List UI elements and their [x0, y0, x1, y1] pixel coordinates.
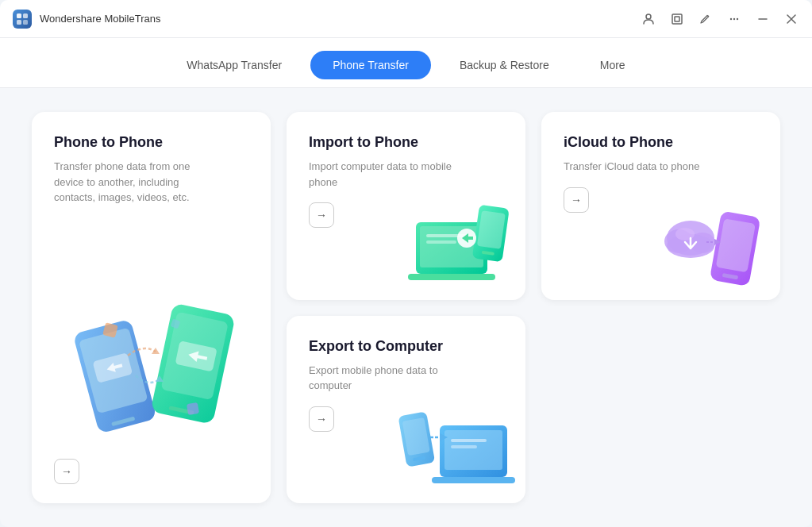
tab-more[interactable]: More: [578, 51, 648, 79]
svg-point-4: [646, 14, 651, 19]
svg-rect-21: [186, 402, 198, 415]
svg-rect-5: [672, 14, 682, 24]
card-phone-to-phone: Phone to Phone Transfer phone data from …: [32, 112, 271, 503]
arrow-icloud[interactable]: →: [564, 187, 589, 213]
card-desc-export: Export mobile phone data to computer: [309, 363, 468, 394]
close-button[interactable]: [783, 11, 799, 27]
cards-grid: Phone to Phone Transfer phone data from …: [32, 112, 780, 503]
tab-backup[interactable]: Backup & Restore: [437, 51, 571, 79]
app-title: Wondershare MobileTrans: [40, 13, 641, 25]
menu-button[interactable]: [726, 11, 742, 27]
main-content: Phone to Phone Transfer phone data from …: [0, 88, 812, 527]
svg-point-8: [733, 17, 735, 19]
svg-rect-1: [23, 13, 28, 18]
card-desc-icloud: Transfer iCloud data to phone: [564, 159, 722, 175]
svg-rect-25: [408, 274, 495, 280]
svg-rect-2: [17, 20, 21, 25]
svg-rect-27: [426, 240, 456, 244]
card-title-export: Export to Computer: [309, 338, 503, 355]
app-window: Wondershare MobileTrans: [0, 0, 812, 527]
profile-button[interactable]: [641, 11, 656, 27]
titlebar: Wondershare MobileTrans: [0, 0, 812, 38]
svg-marker-18: [152, 348, 160, 354]
card-title-icloud: iCloud to Phone: [564, 134, 758, 151]
arrow-import[interactable]: →: [309, 202, 334, 228]
edit-button[interactable]: [698, 11, 714, 27]
svg-point-39: [675, 228, 695, 240]
svg-rect-43: [432, 477, 515, 483]
svg-rect-0: [17, 13, 21, 18]
card-icloud-to-phone: iCloud to Phone Transfer iCloud data to …: [541, 112, 780, 300]
arrow-phone-to-phone[interactable]: →: [54, 459, 79, 484]
card-export-to-computer: Export to Computer Export mobile phone d…: [287, 316, 525, 504]
app-icon: [13, 10, 32, 29]
titlebar-controls: [641, 11, 799, 27]
svg-rect-44: [451, 439, 487, 442]
svg-rect-29: [477, 210, 506, 249]
card-desc-import: Import computer data to mobile phone: [309, 159, 468, 190]
svg-rect-3: [23, 20, 28, 25]
svg-rect-45: [451, 445, 477, 448]
nav-bar: WhatsApp Transfer Phone Transfer Backup …: [0, 38, 812, 88]
svg-rect-6: [675, 17, 679, 21]
card-desc-phone-to-phone: Transfer phone data from one device to a…: [54, 159, 213, 206]
arrow-export[interactable]: →: [309, 406, 334, 432]
tab-phone[interactable]: Phone Transfer: [310, 51, 431, 79]
card-import-to-phone: Import to Phone Import computer data to …: [287, 112, 525, 300]
svg-point-9: [737, 17, 738, 19]
window-button[interactable]: [669, 11, 685, 27]
minimize-button[interactable]: [755, 11, 771, 27]
card-title-import: Import to Phone: [309, 134, 503, 151]
card-title-phone-to-phone: Phone to Phone: [54, 134, 248, 151]
svg-point-7: [730, 17, 732, 19]
svg-rect-42: [444, 430, 502, 470]
tab-whatsapp[interactable]: WhatsApp Transfer: [164, 51, 304, 79]
